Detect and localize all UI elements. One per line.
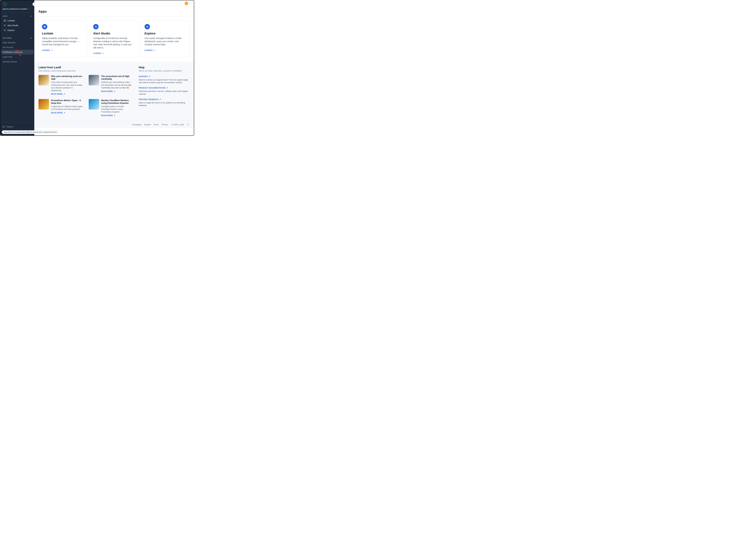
sidebar-item-levitate[interactable]: Levitate [1,18,34,23]
read-more-link[interactable]: READ MORE [101,90,133,92]
blog-title: Why your monitoring costs are high [51,75,83,80]
launch-button[interactable]: LAUNCH [42,49,84,51]
blog-thumbnail [39,75,49,85]
logo[interactable]: 9 [3,2,7,6]
chevron-down-icon[interactable] [189,3,191,4]
card-description: Configurable out-of-the-box anomaly dete… [93,37,135,49]
sidebar-item-label: Levitate [7,20,15,22]
chevron-left-icon [34,3,35,5]
sidebar-item-notification-channels[interactable]: Notification Channels [1,50,34,55]
footer-link-privacy[interactable]: Privacy [162,124,168,126]
launch-button[interactable]: LAUNCH [145,49,186,51]
latest-section: Latest from Last9 New releases, recent b… [39,66,133,116]
sidebar-item-label: Explore [7,29,15,31]
blog-description: Complete guide to monitor Cloudflare wor… [101,105,133,113]
launch-button[interactable]: LAUNCH [93,52,135,55]
blog-description: A deep dive on different metric types in… [51,105,83,111]
section-subtitle: New releases, recent blog posts, and mor… [39,70,133,72]
sidebar-item-explore[interactable]: Explore [1,28,34,33]
section-subtitle: Talk to our team, read docs, and give us… [139,70,190,72]
sidebar-item-label: API Access [3,46,13,48]
org-name: github-prathamesh-sonpatki [3,8,27,10]
sidebar-item-label: Audit Trail [3,56,12,58]
sidebar-item-label: Notification Channels [3,51,22,53]
chevron-right-icon [51,49,53,51]
read-more-link[interactable]: READ MORE [51,93,83,95]
topbar [34,0,194,6]
archive-icon [42,24,47,29]
svg-point-2 [4,30,5,30]
sidebar-item-alert-studio[interactable]: Alert Studio [1,23,34,28]
blog-post: Why your monitoring costs are high If yo… [39,75,83,95]
app-card-alert-studio: Alert Studio Configurable out-of-the-box… [90,21,138,58]
sidebar: 9 github-prathamesh-sonpatki ▾ APPS [0,0,34,135]
copyright: © 2024, Last9 [172,124,184,126]
help-link-feedback[interactable]: PROVIDE FEEDBACK [139,99,190,101]
sidebar-item-label: Data Sources [3,41,16,44]
blog-thumbnail [89,99,99,109]
page-title: Apps [39,9,190,14]
footer-link-terms[interactable]: Terms [153,124,159,126]
blog-thumbnail [89,75,99,85]
chat-icon [3,126,5,128]
sidebar-item-label: Alert Studio [7,24,18,27]
org-switcher[interactable]: github-prathamesh-sonpatki ▾ [3,8,32,10]
settings-section-header[interactable]: SETTINGS [0,35,34,40]
sidebar-item-domain-events[interactable]: Domain Events [1,59,34,64]
help-section: Help Talk to our team, read docs, and gi… [139,66,190,116]
arrow-up-right-icon [64,112,65,113]
card-title: Explore [145,32,186,35]
apps-section-header[interactable]: APPS [0,13,34,18]
card-title: Alert Studio [93,32,135,35]
card-title: Levitate [42,32,84,35]
arrow-up-right-icon [114,91,115,92]
app-card-levitate: Levitate Highly-available, multi-tenant,… [39,21,87,58]
arrow-up-right-icon [159,99,161,100]
collapse-sidebar-button[interactable] [33,2,36,6]
arrow-up-right-icon [64,93,65,95]
svg-rect-9 [44,27,45,27]
sidebar-item-data-sources[interactable]: Data Sources [1,40,34,45]
gear-icon [4,29,6,31]
blog-title: Monitor Cloudflare Workers using Prometh… [101,99,133,104]
help-link-support[interactable]: SUPPORT [139,76,190,78]
footer-logo: 9 [187,123,190,126]
card-description: Use Last9's managed Grafana to create da… [145,37,186,46]
arrow-up-right-icon [166,87,168,89]
svg-point-10 [147,26,148,27]
sidebar-footer-support[interactable]: Support [0,124,34,129]
read-more-link[interactable]: READ MORE [101,114,133,116]
blog-thumbnail [39,99,49,109]
section-title: Latest from Last9 [39,66,133,69]
read-more-link[interactable]: READ MORE [51,112,83,114]
blog-post: Monitor Cloudflare Workers using Prometh… [89,99,133,116]
refresh-icon [4,24,6,27]
footer-link-changelog[interactable]: Changelog [132,124,141,126]
sidebar-item-api-access[interactable]: API Access [1,45,34,50]
refresh-icon [93,24,99,29]
footer-bar: Changelog Support Terms Privacy © 2024, … [34,121,194,128]
svg-rect-3 [3,126,5,127]
arrow-up-right-icon [114,115,115,116]
caret-down-icon: ▾ [28,8,28,10]
sidebar-item-audit-trail[interactable]: Audit Trail [1,55,34,59]
card-description: Highly-available, multi-tenant, PromQL-c… [42,37,84,46]
sidebar-item-label: Domain Events [3,61,17,63]
chevron-up-icon [30,37,32,39]
user-avatar[interactable] [185,1,188,5]
gear-icon [145,24,150,29]
help-link-description: Help us shape the future of our platform… [139,102,190,107]
arrow-up-right-icon [149,76,150,77]
svg-rect-0 [4,20,6,21]
blog-title: Prometheus Metrics Types - A Deep Dive [51,99,83,104]
url-tooltip: app.last9.io/v2/organizations/github-pra… [2,130,59,134]
footer-link-support[interactable]: Support [144,124,151,126]
chevron-right-icon [103,52,104,54]
blog-description: Fulfill all your food delivery orders th… [101,81,133,89]
sidebar-item-label: Support [6,126,13,128]
help-link-documentation[interactable]: PRODUCT DOCUMENTATION [139,87,190,89]
blog-title: The unresolved cost of High Cardinality [101,75,133,80]
help-link-description: Technical overviews, how-tos, release no… [139,90,190,95]
blog-post: The unresolved cost of High Cardinality … [89,75,133,95]
database-icon [4,20,6,22]
